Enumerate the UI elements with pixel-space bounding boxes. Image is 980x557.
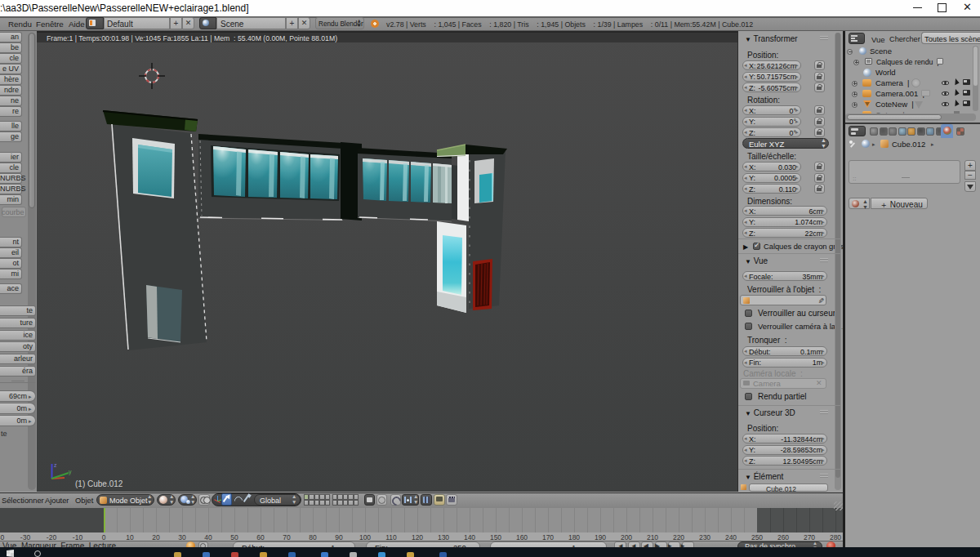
svg-text:(1) Cube.012: (1) Cube.012 (75, 479, 123, 488)
svg-text:Frame:1 | Temps:00:01.98 | Ve:: Frame:1 | Temps:00:01.98 | Ve:1045 Fa:18… (47, 34, 337, 42)
svg-text:z: z (54, 462, 57, 468)
svg-text:y: y (69, 469, 72, 475)
